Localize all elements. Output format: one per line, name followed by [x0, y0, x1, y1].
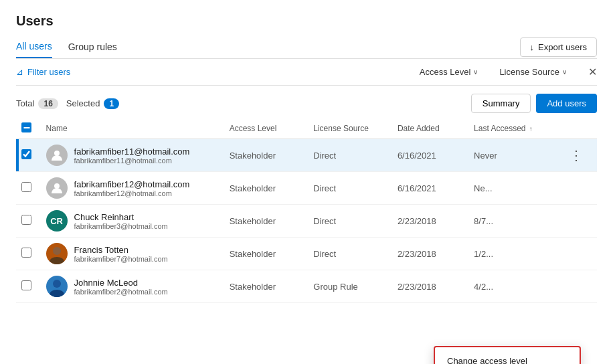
row4-name-cell: Francis Totten fabrikamfiber7@hotmail.co…	[41, 238, 224, 270]
svg-point-2	[53, 247, 61, 255]
license-source-chevron-icon: ∨	[562, 68, 567, 76]
table-row: Johnnie McLeod fabrikamfiber2@hotmail.co…	[16, 270, 597, 303]
row2-avatar	[46, 177, 68, 199]
last-accessed-label: Last Accessed	[474, 124, 525, 133]
row2-username: fabrikamfiber12@hotmail.com	[74, 179, 190, 189]
row5-checkbox-cell	[16, 270, 41, 303]
filter-close-button[interactable]: ✕	[588, 66, 597, 78]
filter-bar: ⊿ Filter users Access Level ∨ License So…	[16, 59, 597, 86]
row3-checkbox[interactable]	[21, 215, 31, 225]
total-count-group: Total 16	[16, 98, 58, 109]
filter-users-button[interactable]: ⊿ Filter users	[16, 67, 70, 77]
svg-point-1	[54, 183, 60, 189]
users-table-wrapper: Name Access Level License Source Date Ad…	[16, 118, 597, 303]
row1-username: fabrikamfiber11@hotmail.com	[74, 147, 190, 157]
col-header-access: Access Level	[224, 118, 309, 139]
filter-icon: ⊿	[16, 67, 23, 77]
col-header-name: Name	[41, 118, 224, 139]
access-level-dropdown[interactable]: Access Level ∨	[420, 67, 478, 77]
add-users-button[interactable]: Add users	[536, 94, 597, 113]
total-badge: 16	[38, 98, 58, 109]
summary-button[interactable]: Summary	[471, 94, 531, 113]
row4-license: Direct	[308, 238, 392, 270]
license-source-label: License Source	[499, 67, 559, 77]
license-source-dropdown[interactable]: License Source ∨	[499, 67, 567, 77]
row3-access: Stakeholder	[224, 205, 309, 238]
row4-username: Francis Totten	[74, 245, 168, 255]
row4-user-info: Francis Totten fabrikamfiber7@hotmail.co…	[74, 245, 168, 263]
row5-email: fabrikamfiber2@hotmail.com	[74, 288, 168, 296]
row4-checkbox-cell	[16, 238, 41, 270]
row2-checkbox-cell	[16, 172, 41, 205]
row4-access: Stakeholder	[224, 238, 309, 270]
table-row: CR Chuck Reinhart fabrikamfiber3@hotmail…	[16, 205, 597, 238]
row4-date: 2/23/2018	[392, 238, 468, 270]
row3-user-info: Chuck Reinhart fabrikamfiber3@hotmail.co…	[74, 212, 168, 230]
page-title: Users	[16, 13, 597, 29]
table-header: Name Access Level License Source Date Ad…	[16, 118, 597, 139]
row3-actions-cell	[560, 205, 597, 238]
table-row: Francis Totten fabrikamfiber7@hotmail.co…	[16, 238, 597, 270]
tab-all-users[interactable]: All users	[16, 35, 52, 58]
row4-last-accessed: 1/2...	[468, 238, 560, 270]
toolbar-right: Summary Add users	[471, 94, 597, 113]
row3-email: fabrikamfiber3@hotmail.com	[74, 222, 168, 230]
sort-asc-icon: ↑	[529, 125, 533, 132]
row5-last-accessed: 4/2...	[468, 270, 560, 303]
tab-group-rules[interactable]: Group rules	[68, 36, 117, 58]
row5-avatar	[46, 276, 68, 297]
row1-actions-cell: ⋮	[560, 139, 597, 172]
row2-email: fabrikamfiber12@hotmail.com	[74, 189, 190, 197]
row1-menu-button[interactable]: ⋮	[565, 146, 587, 165]
row1-date: 6/16/2021	[392, 139, 468, 172]
row5-user-info: Johnnie McLeod fabrikamfiber2@hotmail.co…	[74, 278, 168, 296]
table-row: fabrikamfiber11@hotmail.com fabrikamfibe…	[16, 139, 597, 172]
row2-license: Direct	[308, 172, 392, 205]
select-all-checkbox[interactable]	[21, 122, 31, 132]
export-icon: ↓	[530, 42, 535, 52]
row2-name-cell: fabrikamfiber12@hotmail.com fabrikamfibe…	[41, 172, 224, 205]
total-label: Total	[16, 98, 34, 108]
row5-checkbox[interactable]	[21, 280, 31, 290]
row3-name-cell: CR Chuck Reinhart fabrikamfiber3@hotmail…	[41, 205, 224, 238]
access-level-chevron-icon: ∨	[473, 68, 478, 76]
row1-last-accessed: Never	[468, 139, 560, 172]
row3-username: Chuck Reinhart	[74, 212, 168, 222]
row1-access: Stakeholder	[224, 139, 309, 172]
row5-actions-cell	[560, 270, 597, 303]
row2-access: Stakeholder	[224, 172, 309, 205]
row5-license: Group Rule	[308, 270, 392, 303]
row2-last-accessed: Ne...	[468, 172, 560, 205]
row5-access: Stakeholder	[224, 270, 309, 303]
row1-avatar	[46, 145, 68, 166]
row1-email: fabrikamfiber11@hotmail.com	[74, 157, 190, 165]
row4-avatar	[46, 243, 68, 264]
row4-email: fabrikamfiber7@hotmail.com	[74, 255, 168, 263]
row3-license: Direct	[308, 205, 392, 238]
row3-date: 2/23/2018	[392, 205, 468, 238]
svg-point-0	[54, 151, 60, 156]
row1-checkbox-cell	[16, 139, 41, 172]
table-body: fabrikamfiber11@hotmail.com fabrikamfibe…	[16, 139, 597, 303]
row2-user-info: fabrikamfiber12@hotmail.com fabrikamfibe…	[74, 179, 190, 197]
row1-checkbox[interactable]	[21, 149, 31, 159]
context-menu-item-change-access[interactable]: Change access level	[435, 350, 580, 364]
export-button-label: Export users	[538, 42, 587, 52]
col-header-last: Last Accessed ↑	[468, 118, 560, 139]
col-header-date: Date Added	[392, 118, 468, 139]
selected-count-group: Selected 1	[66, 98, 119, 109]
export-button[interactable]: ↓ Export users	[520, 37, 597, 57]
selected-indicator	[16, 139, 19, 171]
row5-name-cell: Johnnie McLeod fabrikamfiber2@hotmail.co…	[41, 270, 224, 303]
row4-checkbox[interactable]	[21, 248, 31, 258]
selected-badge: 1	[104, 98, 119, 109]
row3-avatar-initials: CR	[50, 216, 63, 226]
row5-date: 2/23/2018	[392, 270, 468, 303]
row1-name-cell: fabrikamfiber11@hotmail.com fabrikamfibe…	[41, 139, 224, 172]
row2-checkbox[interactable]	[21, 182, 31, 192]
svg-point-4	[53, 280, 61, 288]
selected-label: Selected	[66, 98, 100, 108]
select-all-cell	[16, 118, 41, 139]
svg-point-5	[50, 290, 64, 297]
row5-username: Johnnie McLeod	[74, 278, 168, 288]
